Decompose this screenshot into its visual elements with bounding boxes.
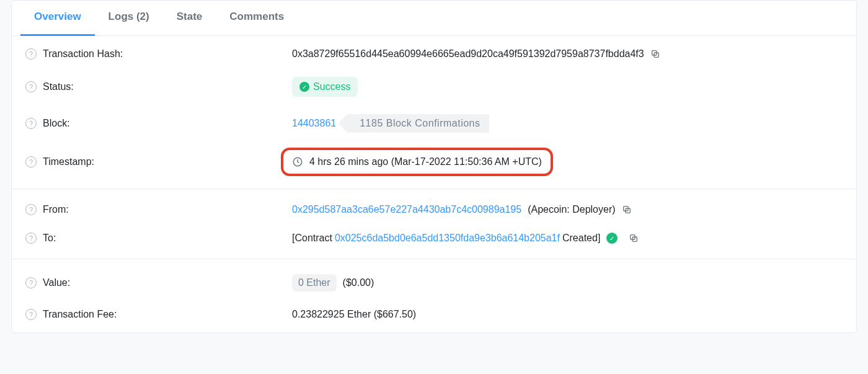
- clock-icon: [292, 156, 303, 167]
- status-badge: ✓ Success: [292, 77, 358, 97]
- divider: [12, 189, 856, 189]
- to-address-link[interactable]: 0x025c6da5bd0e6a5dd1350fda9e3b6a614b205a…: [335, 233, 560, 244]
- row-status: ? Status: ✓ Success: [12, 68, 856, 105]
- transaction-card: Overview Logs (2) State Comments ? Trans…: [11, 0, 857, 333]
- to-prefix: [Contract: [292, 233, 332, 244]
- verified-check-icon: ✓: [606, 233, 618, 244]
- tab-logs[interactable]: Logs (2): [95, 1, 163, 36]
- tabs-bar: Overview Logs (2) State Comments: [12, 1, 856, 36]
- tab-comments[interactable]: Comments: [216, 1, 298, 36]
- label-timestamp: Timestamp:: [43, 156, 94, 167]
- value-usd: ($0.00): [343, 277, 374, 288]
- value-ether-pill: 0 Ether: [292, 274, 337, 292]
- timestamp-value: 4 hrs 26 mins ago (Mar-17-2022 11:50:36 …: [309, 156, 542, 167]
- help-icon[interactable]: ?: [25, 233, 37, 244]
- help-icon[interactable]: ?: [25, 81, 37, 92]
- tab-state[interactable]: State: [163, 1, 216, 36]
- label-status: Status:: [43, 81, 74, 92]
- row-value: ? Value: 0 Ether ($0.00): [12, 265, 856, 300]
- copy-icon[interactable]: [650, 49, 660, 59]
- details-rows: ? Transaction Hash: 0x3a8729f65516d445ea…: [12, 36, 856, 332]
- label-value: Value:: [43, 277, 70, 288]
- to-suffix: Created]: [562, 233, 600, 244]
- help-icon[interactable]: ?: [25, 48, 37, 60]
- copy-icon[interactable]: [629, 233, 639, 243]
- txhash-value: 0x3a8729f65516d445ea60994e6665ead9d20ca4…: [292, 48, 644, 60]
- label-fee: Transaction Fee:: [43, 309, 117, 320]
- help-icon[interactable]: ?: [25, 204, 37, 215]
- row-from: ? From: 0x295d587aa3ca6e57e227a4430ab7c4…: [12, 195, 856, 224]
- help-icon[interactable]: ?: [25, 277, 37, 288]
- label-txhash: Transaction Hash:: [43, 48, 123, 60]
- label-block: Block:: [43, 118, 70, 129]
- row-fee: ? Transaction Fee: 0.23822925 Ether ($66…: [12, 300, 856, 329]
- help-icon[interactable]: ?: [25, 118, 37, 129]
- from-name: (Apecoin: Deployer): [528, 204, 615, 215]
- label-from: From:: [43, 204, 69, 215]
- timestamp-highlight: 4 hrs 26 mins ago (Mar-17-2022 11:50:36 …: [281, 148, 553, 176]
- divider: [12, 259, 856, 259]
- row-txhash: ? Transaction Hash: 0x3a8729f65516d445ea…: [12, 40, 856, 68]
- help-icon[interactable]: ?: [25, 309, 37, 320]
- check-icon: ✓: [299, 82, 309, 92]
- help-icon[interactable]: ?: [25, 156, 37, 167]
- label-to: To:: [43, 233, 56, 244]
- block-number-link[interactable]: 14403861: [292, 118, 336, 129]
- status-text: Success: [313, 81, 350, 92]
- row-block: ? Block: 14403861 1185 Block Confirmatio…: [12, 105, 856, 141]
- row-timestamp: ? Timestamp: 4 hrs 26 mins ago (Mar-17-2…: [12, 141, 856, 182]
- fee-value: 0.23822925 Ether ($667.50): [292, 309, 416, 320]
- tab-overview[interactable]: Overview: [20, 1, 95, 36]
- from-address-link[interactable]: 0x295d587aa3ca6e57e227a4430ab7c4c00989a1…: [292, 204, 521, 215]
- row-to: ? To: [Contract 0x025c6da5bd0e6a5dd1350f…: [12, 224, 856, 252]
- copy-icon[interactable]: [622, 205, 632, 215]
- block-confirmations: 1185 Block Confirmations: [347, 114, 489, 133]
